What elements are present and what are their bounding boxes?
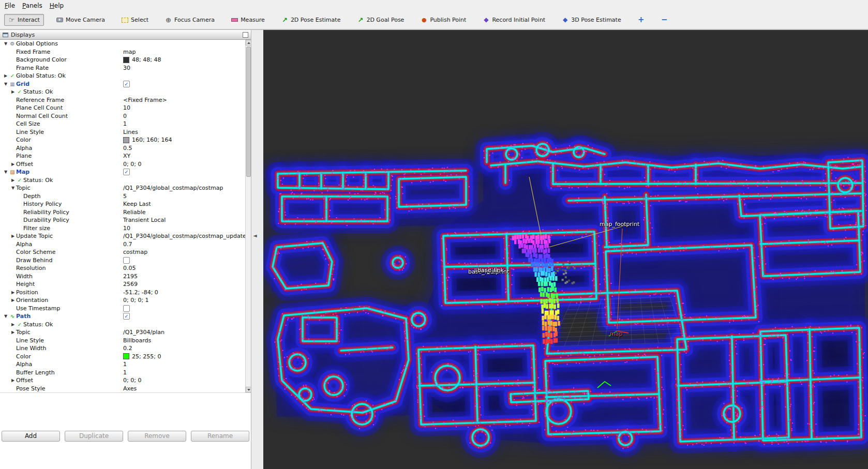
tree-row-width[interactable]: Width2195 xyxy=(0,273,245,281)
menu-help[interactable]: Help xyxy=(46,1,67,10)
tree-row-map[interactable]: ▼▨Map✓ xyxy=(0,168,245,176)
property-value: ✓ xyxy=(123,81,245,87)
expander-icon[interactable]: ▼ xyxy=(3,314,9,319)
tree-row-orientation[interactable]: ▶Orientation0; 0; 0; 1 xyxy=(0,296,245,305)
tree-row-color[interactable]: Color160; 160; 164 xyxy=(0,136,245,144)
tree-row-alpha[interactable]: Alpha1 xyxy=(0,360,245,369)
tree-row-plane[interactable]: PlaneXY xyxy=(0,152,245,160)
expander-icon[interactable]: ▶ xyxy=(10,330,16,335)
expander-icon[interactable]: ▶ xyxy=(10,322,16,327)
scrollbar-up-button[interactable] xyxy=(246,40,251,46)
tree-row-pose-style[interactable]: Pose StyleAxes xyxy=(0,385,245,393)
expander-icon[interactable]: ▶ xyxy=(10,298,16,302)
tree-row-plane-cell-count[interactable]: Plane Cell Count10 xyxy=(0,104,245,112)
panel-empty-bottom xyxy=(0,442,251,469)
property-label: Width xyxy=(16,273,33,280)
tree-row-cell-size[interactable]: Cell Size1 xyxy=(0,120,245,128)
expander-icon[interactable]: ▶ xyxy=(10,178,16,183)
tree-row-offset[interactable]: ▶Offset0; 0; 0 xyxy=(0,160,245,169)
tree-row-resolution[interactable]: Resolution0.05 xyxy=(0,264,245,273)
tree-row-background-color[interactable]: Background Color48; 48; 48 xyxy=(0,56,245,64)
tree-row-height[interactable]: Height2569 xyxy=(0,280,245,289)
checkbox-checked[interactable]: ✓ xyxy=(123,169,130,175)
expander-icon[interactable]: ▶ xyxy=(10,378,16,383)
tree-row-fixed-frame[interactable]: Fixed Framemap xyxy=(0,48,245,56)
tree-row-status-ok[interactable]: ▶✓Status: Ok xyxy=(0,176,245,185)
tree-row-filter-size[interactable]: Filter size10 xyxy=(0,224,245,233)
tree-row-buffer-length[interactable]: Buffer Length1 xyxy=(0,369,245,377)
tool-2d-pose-estimate[interactable]: ↗2D Pose Estimate xyxy=(277,14,345,26)
tree-row-durability-policy[interactable]: Durability PolicyTransient Local xyxy=(0,216,245,224)
tree-row-path[interactable]: ▼∿Path✓ xyxy=(0,312,245,321)
tool-[interactable]: − xyxy=(657,14,672,26)
displays-panel-titlebar[interactable]: Displays xyxy=(0,30,251,40)
tree-row-color-scheme[interactable]: Color Schemecostmap xyxy=(0,248,245,256)
property-label: Line Style xyxy=(16,337,44,344)
add-button[interactable]: Add xyxy=(2,431,60,442)
3d-viewport[interactable]: map_footprintbase_footprintlidar_linkbas… xyxy=(263,30,868,469)
tool-publish-point[interactable]: ●Publish Point xyxy=(416,14,470,26)
tree-row-depth[interactable]: Depth5 xyxy=(0,192,245,201)
expander-icon[interactable]: ▶ xyxy=(10,234,16,238)
tree-row-update-topic[interactable]: ▶Update Topic/Q1_P304/global_costmap/cos… xyxy=(0,232,245,240)
tree-row-offset[interactable]: ▶Offset0; 0; 0 xyxy=(0,376,245,385)
tree-row-alpha[interactable]: Alpha0.7 xyxy=(0,240,245,249)
checkbox-unchecked[interactable] xyxy=(123,305,130,312)
tree-row-line-style[interactable]: Line StyleLines xyxy=(0,128,245,137)
expander-icon[interactable]: ▼ xyxy=(3,41,9,46)
expander-icon[interactable]: ▶ xyxy=(10,290,16,295)
tool-record-initial-point[interactable]: ◆Record Initial Point xyxy=(478,14,549,26)
color-swatch[interactable] xyxy=(123,353,129,359)
splitter-collapse-icon[interactable]: ◄ xyxy=(253,233,257,238)
property-label: Use Timestamp xyxy=(16,305,60,312)
tool-2d-goal-pose[interactable]: ↗2D Goal Pose xyxy=(353,14,408,26)
expander-icon[interactable]: ▶ xyxy=(10,89,16,94)
color-swatch[interactable] xyxy=(123,57,129,63)
tool-focus-camera[interactable]: ⊕Focus Camera xyxy=(161,14,219,26)
tool-select[interactable]: Select xyxy=(117,14,153,26)
tool-3d-pose-estimate[interactable]: ◆3D Pose Estimate xyxy=(558,14,625,26)
tool-[interactable]: + xyxy=(634,14,649,26)
tree-row-status-ok[interactable]: ▶✓Status: Ok xyxy=(0,321,245,329)
tree-row-global-options[interactable]: ▼⚙Global Options xyxy=(0,40,245,48)
tree-row-alpha[interactable]: Alpha0.5 xyxy=(0,144,245,153)
tool-interact[interactable]: ☞Interact xyxy=(4,14,44,26)
tree-row-line-style[interactable]: Line StyleBillboards xyxy=(0,337,245,345)
expander-icon[interactable]: ▶ xyxy=(10,162,16,167)
panel-splitter[interactable]: ◄ xyxy=(251,30,263,469)
tree-row-topic[interactable]: ▼Topic/Q1_P304/global_costmap/costmap xyxy=(0,184,245,192)
expander-icon[interactable]: ▼ xyxy=(3,170,9,174)
checkbox-unchecked[interactable] xyxy=(123,257,130,264)
tree-row-status-ok[interactable]: ▶✓Status: Ok xyxy=(0,88,245,96)
checkbox-checked[interactable]: ✓ xyxy=(123,313,130,320)
expander-icon[interactable]: ▶ xyxy=(3,73,9,78)
tree-row-global-status-ok[interactable]: ▶✓Global Status: Ok xyxy=(0,72,245,80)
tool-move-camera[interactable]: Move Camera xyxy=(52,14,109,26)
checkbox-checked[interactable]: ✓ xyxy=(123,81,130,87)
menu-panels[interactable]: Panels xyxy=(19,1,46,10)
expander-icon[interactable]: ▼ xyxy=(3,82,9,86)
tool-measure[interactable]: Measure xyxy=(227,14,269,26)
expander-icon[interactable]: ▼ xyxy=(10,186,16,190)
tree-row-topic[interactable]: ▶Topic/Q1_P304/plan xyxy=(0,328,245,337)
tree-row-reliability-policy[interactable]: Reliability PolicyReliable xyxy=(0,208,245,217)
property-value: <Fixed Frame> xyxy=(123,97,245,103)
tree-row-reference-frame[interactable]: Reference Frame<Fixed Frame> xyxy=(0,96,245,104)
tree-row-position[interactable]: ▶Position-51.2; -84; 0 xyxy=(0,289,245,297)
menu-file[interactable]: File xyxy=(1,1,19,10)
property-value: ✓ xyxy=(123,313,245,320)
tree-row-color[interactable]: Color25; 255; 0 xyxy=(0,353,245,361)
color-swatch[interactable] xyxy=(123,137,129,143)
tree-row-line-width[interactable]: Line Width0.2 xyxy=(0,344,245,353)
scrollbar-thumb[interactable] xyxy=(246,47,251,177)
panel-float-button[interactable] xyxy=(243,32,248,38)
tree-row-draw-behind[interactable]: Draw Behind xyxy=(0,256,245,265)
tree-row-grid[interactable]: ▼▦Grid✓ xyxy=(0,80,245,88)
tree-row-normal-cell-count[interactable]: Normal Cell Count0 xyxy=(0,112,245,120)
tree-scrollbar[interactable] xyxy=(245,40,251,392)
tree-row-use-timestamp[interactable]: Use Timestamp xyxy=(0,305,245,313)
tree-row-history-policy[interactable]: History PolicyKeep Last xyxy=(0,200,245,208)
property-value: 0.05 xyxy=(123,265,245,271)
tree-row-frame-rate[interactable]: Frame Rate30 xyxy=(0,64,245,72)
scrollbar-down-button[interactable] xyxy=(246,387,251,392)
